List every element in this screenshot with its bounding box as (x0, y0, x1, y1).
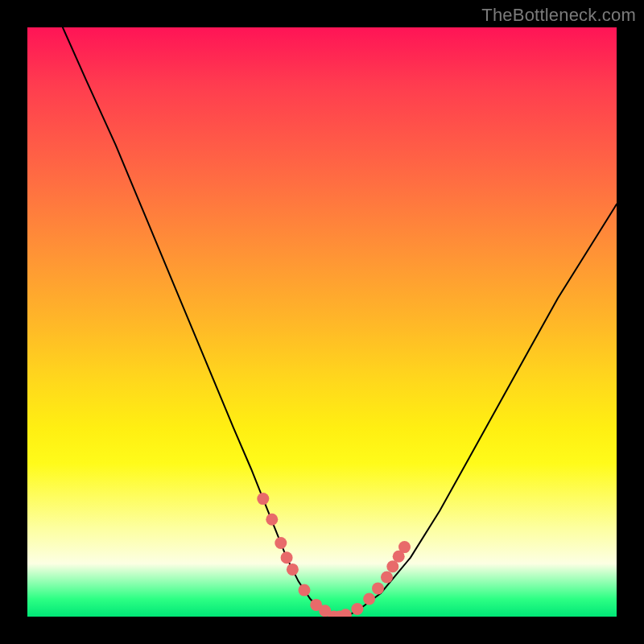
bottleneck-curve (63, 27, 617, 617)
chart-svg (27, 27, 617, 617)
marker-dot (299, 584, 311, 597)
marker-dot (393, 551, 405, 563)
marker-dot (372, 582, 384, 594)
marker-dot (334, 611, 346, 617)
marker-dot (381, 572, 393, 584)
curve-group (63, 27, 617, 617)
marker-dot (386, 560, 398, 572)
marker-dot (257, 493, 269, 505)
marker-dot (398, 541, 411, 553)
marker-dot (363, 593, 375, 605)
marker-dot (281, 551, 293, 564)
marker-dot (275, 537, 287, 549)
attribution-text: TheBottleneck.com (481, 5, 636, 26)
marker-group (257, 493, 411, 617)
marker-dot (310, 599, 322, 611)
marker-dot (266, 514, 278, 526)
marker-dot (319, 605, 331, 617)
marker-dot (287, 564, 299, 576)
marker-dot (351, 603, 363, 615)
chart-plot-area (27, 27, 617, 617)
marker-dot (328, 611, 340, 617)
marker-dot (340, 609, 352, 617)
